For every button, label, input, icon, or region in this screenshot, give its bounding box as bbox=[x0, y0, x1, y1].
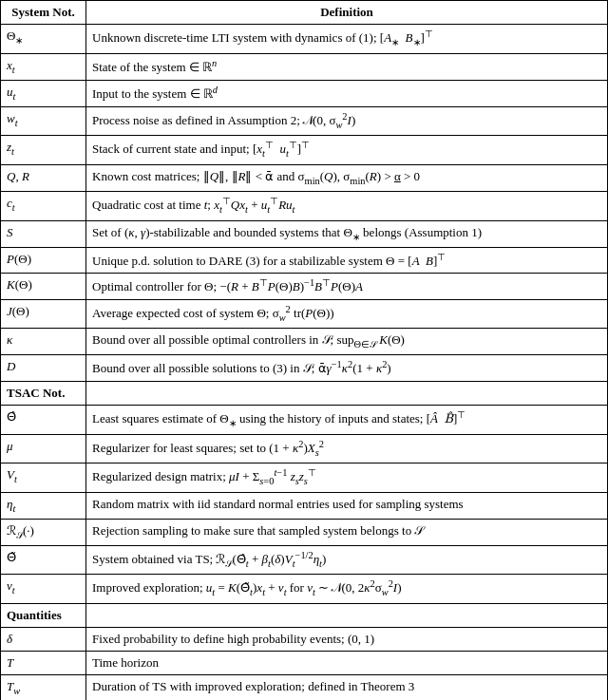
notation-cell: wt bbox=[1, 106, 86, 135]
notation-cell: νt bbox=[1, 575, 86, 603]
definition-cell: Unique p.d. solution to DARE (3) for a s… bbox=[86, 247, 608, 274]
definition-cell: Unknown discrete-time LTI system with dy… bbox=[86, 25, 608, 53]
table-row: K(Θ) Optimal controller for Θ; −(R + B⊤P… bbox=[1, 274, 608, 300]
notation-cell: κ bbox=[1, 329, 86, 355]
notation-cell: zt bbox=[1, 136, 86, 164]
notation-cell: P(Θ) bbox=[1, 247, 86, 274]
table-row: S Set of (κ, γ)-stabilizable and bounded… bbox=[1, 220, 608, 247]
table-row: Θ∗ Unknown discrete-time LTI system with… bbox=[1, 25, 608, 53]
table-row: xt State of the system ∈ ℝn bbox=[1, 53, 608, 80]
section-header-quantities: Quantities bbox=[1, 603, 608, 627]
definition-cell: Optimal controller for Θ; −(R + B⊤P(Θ)B)… bbox=[86, 274, 608, 300]
table-row: Tw Duration of TS with improved explorat… bbox=[1, 675, 608, 700]
notation-cell: μ bbox=[1, 434, 86, 463]
definition-cell: Regularizer for least squares; set to (1… bbox=[86, 434, 608, 463]
notation-cell: xt bbox=[1, 53, 86, 80]
notation-cell: ct bbox=[1, 192, 86, 220]
notation-cell: ηt bbox=[1, 492, 86, 519]
definition-cell: Stack of current state and input; [xt⊤ u… bbox=[86, 136, 608, 164]
definition-cell: Improved exploration; ut = K(Θ̃t)xt + νt… bbox=[86, 575, 608, 603]
section-label-quantities-empty bbox=[86, 603, 608, 627]
table-row: J(Θ) Average expected cost of system Θ; … bbox=[1, 299, 608, 328]
table-row: D Bound over all possible solutions to (… bbox=[1, 355, 608, 382]
notation-cell: δ bbox=[1, 628, 86, 652]
notation-cell: K(Θ) bbox=[1, 274, 86, 300]
table-row: Θ̃ System obtained via TS; ℛ𝒮(Θ̂t + βt(δ… bbox=[1, 545, 608, 574]
definition-cell: Set of (κ, γ)-stabilizable and bounded s… bbox=[86, 220, 608, 247]
notation-cell: Θ̃ bbox=[1, 545, 86, 574]
notation-cell: J(Θ) bbox=[1, 299, 86, 328]
table-row: Vt Regularized design matrix; μI + Σs=0t… bbox=[1, 464, 608, 492]
notation-table: System Not. Definition Θ∗ Unknown discre… bbox=[0, 0, 608, 700]
table-row: ut Input to the system ∈ ℝd bbox=[1, 80, 608, 106]
definition-cell: Random matrix with iid standard normal e… bbox=[86, 492, 608, 519]
notation-cell: Θ̂ bbox=[1, 406, 86, 434]
section-label-tsac: TSAC Not. bbox=[1, 381, 86, 405]
definition-cell: Least squares estimate of Θ∗ using the h… bbox=[86, 406, 608, 434]
notation-cell: Vt bbox=[1, 464, 86, 492]
definition-cell: Process noise as defined in Assumption 2… bbox=[86, 106, 608, 135]
table-row: T Time horizon bbox=[1, 652, 608, 675]
definition-cell: Regularized design matrix; μI + Σs=0t−1 … bbox=[86, 464, 608, 492]
table-row: Θ̂ Least squares estimate of Θ∗ using th… bbox=[1, 406, 608, 434]
notation-cell: Θ∗ bbox=[1, 25, 86, 53]
notation-cell: T bbox=[1, 652, 86, 675]
table-row: ct Quadratic cost at time t; xt⊤Qxt + ut… bbox=[1, 192, 608, 220]
definition-cell: Bound over all possible solutions to (3)… bbox=[86, 355, 608, 382]
table-row: ηt Random matrix with iid standard norma… bbox=[1, 492, 608, 519]
col-header-notation: System Not. bbox=[1, 1, 86, 25]
definition-cell: Input to the system ∈ ℝd bbox=[86, 80, 608, 106]
table-row: zt Stack of current state and input; [xt… bbox=[1, 136, 608, 164]
definition-cell: Rejection sampling to make sure that sam… bbox=[86, 519, 608, 545]
definition-cell: State of the system ∈ ℝn bbox=[86, 53, 608, 80]
definition-cell: Average expected cost of system Θ; σw2 t… bbox=[86, 299, 608, 328]
table-header-row: System Not. Definition bbox=[1, 1, 608, 25]
table-row: νt Improved exploration; ut = K(Θ̃t)xt +… bbox=[1, 575, 608, 603]
notation-cell: Q, R bbox=[1, 164, 86, 191]
definition-cell: Time horizon bbox=[86, 652, 608, 675]
definition-cell: Fixed probability to define high probabi… bbox=[86, 628, 608, 652]
table-row: wt Process noise as defined in Assumptio… bbox=[1, 106, 608, 135]
definition-cell: Duration of TS with improved exploration… bbox=[86, 675, 608, 700]
definition-cell: System obtained via TS; ℛ𝒮(Θ̂t + βt(δ)Vt… bbox=[86, 545, 608, 574]
col-header-definition: Definition bbox=[86, 1, 608, 25]
table-row: μ Regularizer for least squares; set to … bbox=[1, 434, 608, 463]
notation-cell: ut bbox=[1, 80, 86, 106]
table-row: P(Θ) Unique p.d. solution to DARE (3) fo… bbox=[1, 247, 608, 274]
notation-cell: S bbox=[1, 220, 86, 247]
table-row: κ Bound over all possible optimal contro… bbox=[1, 329, 608, 355]
table-row: ℛ𝒮(·) Rejection sampling to make sure th… bbox=[1, 519, 608, 545]
definition-cell: Quadratic cost at time t; xt⊤Qxt + ut⊤Ru… bbox=[86, 192, 608, 220]
section-header-tsac: TSAC Not. bbox=[1, 381, 608, 405]
table-row: Q, R Known cost matrices; ‖Q‖, ‖R‖ < ᾱ a… bbox=[1, 164, 608, 191]
notation-cell: D bbox=[1, 355, 86, 382]
notation-cell: ℛ𝒮(·) bbox=[1, 519, 86, 545]
definition-cell: Bound over all possible optimal controll… bbox=[86, 329, 608, 355]
section-label-tsac-empty bbox=[86, 381, 608, 405]
table-row: δ Fixed probability to define high proba… bbox=[1, 628, 608, 652]
definition-cell: Known cost matrices; ‖Q‖, ‖R‖ < ᾱ and σm… bbox=[86, 164, 608, 191]
section-label-quantities: Quantities bbox=[1, 603, 86, 627]
notation-cell: Tw bbox=[1, 675, 86, 700]
